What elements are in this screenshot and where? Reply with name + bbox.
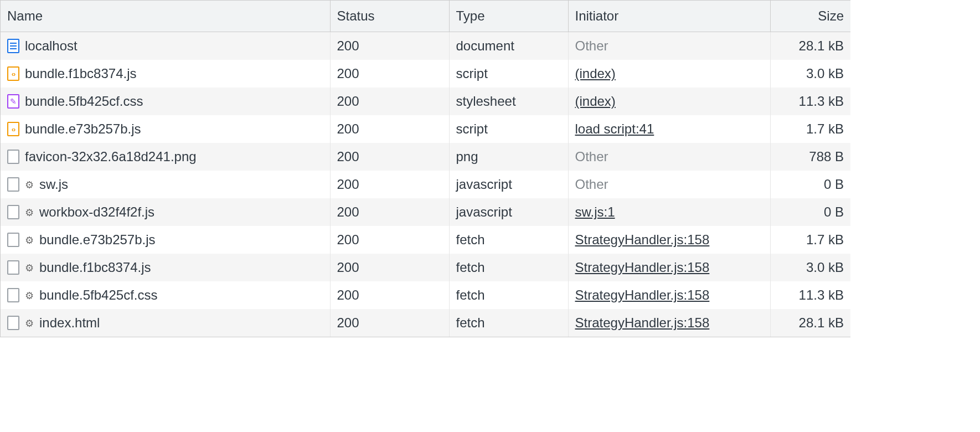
cell-name[interactable]: ⚙index.html <box>1 309 330 337</box>
column-header-size[interactable]: Size <box>770 1 850 32</box>
cell-type: fetch <box>449 309 568 337</box>
cell-size: 11.3 kB <box>770 281 850 309</box>
initiator-link[interactable]: StrategyHandler.js:158 <box>575 232 710 247</box>
initiator-text: Other <box>575 177 608 192</box>
request-name: index.html <box>39 315 100 331</box>
cell-status: 200 <box>330 143 449 171</box>
request-name: bundle.5fb425cf.css <box>25 94 143 109</box>
request-name: bundle.f1bc8374.js <box>25 66 137 81</box>
initiator-link[interactable]: StrategyHandler.js:158 <box>575 315 710 330</box>
network-panel: Name Status Type Initiator Size localhos… <box>0 0 850 337</box>
cell-initiator[interactable]: sw.js:1 <box>568 198 770 226</box>
cell-name[interactable]: localhost <box>1 32 330 60</box>
column-header-type[interactable]: Type <box>449 1 568 32</box>
table-row[interactable]: bundle.e73b257b.js200scriptload script:4… <box>1 115 850 143</box>
cell-status: 200 <box>330 309 449 337</box>
cell-name[interactable]: favicon-32x32.6a18d241.png <box>1 143 330 171</box>
cell-size: 1.7 kB <box>770 115 850 143</box>
cell-status: 200 <box>330 88 449 115</box>
cell-size: 28.1 kB <box>770 309 850 337</box>
cell-type: fetch <box>449 281 568 309</box>
cell-size: 0 B <box>770 198 850 226</box>
generic-file-icon <box>7 177 19 192</box>
table-header-row: Name Status Type Initiator Size <box>1 1 850 32</box>
cell-initiator: Other <box>568 32 770 60</box>
js-file-icon <box>7 66 19 81</box>
generic-file-icon <box>7 316 19 330</box>
generic-file-icon <box>7 233 19 247</box>
cell-initiator[interactable]: (index) <box>568 60 770 88</box>
cell-status: 200 <box>330 226 449 254</box>
initiator-link[interactable]: StrategyHandler.js:158 <box>575 260 710 275</box>
cell-name[interactable]: bundle.f1bc8374.js <box>1 60 330 88</box>
cell-type: document <box>449 32 568 60</box>
cell-type: script <box>449 115 568 143</box>
cell-name[interactable]: ⚙workbox-d32f4f2f.js <box>1 198 330 226</box>
cell-name[interactable]: ⚙bundle.5fb425cf.css <box>1 281 330 309</box>
cell-size: 11.3 kB <box>770 88 850 115</box>
cell-name[interactable]: bundle.5fb425cf.css <box>1 88 330 115</box>
cell-type: fetch <box>449 226 568 254</box>
cell-name[interactable]: ⚙bundle.f1bc8374.js <box>1 254 330 281</box>
generic-file-icon <box>7 288 19 302</box>
request-name: favicon-32x32.6a18d241.png <box>25 149 197 164</box>
initiator-link[interactable]: load script:41 <box>575 121 654 136</box>
table-row[interactable]: bundle.f1bc8374.js200script(index)3.0 kB <box>1 60 850 88</box>
document-file-icon <box>7 39 19 53</box>
cell-initiator[interactable]: load script:41 <box>568 115 770 143</box>
cell-status: 200 <box>330 281 449 309</box>
table-row[interactable]: ⚙sw.js200javascriptOther0 B <box>1 171 850 198</box>
cell-size: 3.0 kB <box>770 60 850 88</box>
cell-type: fetch <box>449 254 568 281</box>
cell-size: 0 B <box>770 171 850 198</box>
initiator-text: Other <box>575 38 608 53</box>
table-row[interactable]: ⚙bundle.e73b257b.js200fetchStrategyHandl… <box>1 226 850 254</box>
cell-initiator[interactable]: StrategyHandler.js:158 <box>568 281 770 309</box>
gear-icon: ⚙ <box>25 235 34 245</box>
cell-status: 200 <box>330 198 449 226</box>
generic-file-icon <box>7 260 19 275</box>
cell-initiator[interactable]: StrategyHandler.js:158 <box>568 226 770 254</box>
cell-status: 200 <box>330 60 449 88</box>
cell-initiator: Other <box>568 143 770 171</box>
cell-initiator[interactable]: StrategyHandler.js:158 <box>568 254 770 281</box>
table-row[interactable]: ⚙bundle.f1bc8374.js200fetchStrategyHandl… <box>1 254 850 281</box>
initiator-link[interactable]: StrategyHandler.js:158 <box>575 287 710 302</box>
cell-size: 1.7 kB <box>770 226 850 254</box>
cell-name[interactable]: bundle.e73b257b.js <box>1 115 330 143</box>
initiator-link[interactable]: (index) <box>575 66 616 81</box>
table-row[interactable]: ⚙bundle.5fb425cf.css200fetchStrategyHand… <box>1 281 850 309</box>
table-row[interactable]: ⚙index.html200fetchStrategyHandler.js:15… <box>1 309 850 337</box>
initiator-link[interactable]: (index) <box>575 94 616 109</box>
cell-status: 200 <box>330 115 449 143</box>
cell-initiator: Other <box>568 171 770 198</box>
table-row[interactable]: ⚙workbox-d32f4f2f.js200javascriptsw.js:1… <box>1 198 850 226</box>
cell-type: javascript <box>449 198 568 226</box>
generic-file-icon <box>7 150 19 164</box>
initiator-text: Other <box>575 149 608 164</box>
column-header-name[interactable]: Name <box>1 1 330 32</box>
column-header-status[interactable]: Status <box>330 1 449 32</box>
cell-initiator[interactable]: StrategyHandler.js:158 <box>568 309 770 337</box>
cell-status: 200 <box>330 171 449 198</box>
table-row[interactable]: bundle.5fb425cf.css200stylesheet(index)1… <box>1 88 850 115</box>
table-row[interactable]: localhost200documentOther28.1 kB <box>1 32 850 60</box>
request-name: sw.js <box>39 177 68 192</box>
gear-icon: ⚙ <box>25 208 34 218</box>
table-row[interactable]: favicon-32x32.6a18d241.png200pngOther788… <box>1 143 850 171</box>
cell-name[interactable]: ⚙bundle.e73b257b.js <box>1 226 330 254</box>
initiator-link[interactable]: sw.js:1 <box>575 204 615 219</box>
cell-type: png <box>449 143 568 171</box>
cell-name[interactable]: ⚙sw.js <box>1 171 330 198</box>
request-name: localhost <box>25 38 78 54</box>
gear-icon: ⚙ <box>25 291 34 301</box>
column-header-initiator[interactable]: Initiator <box>568 1 770 32</box>
cell-initiator[interactable]: (index) <box>568 88 770 115</box>
cell-size: 3.0 kB <box>770 254 850 281</box>
generic-file-icon <box>7 205 19 219</box>
cell-size: 28.1 kB <box>770 32 850 60</box>
gear-icon: ⚙ <box>25 263 34 273</box>
network-table: Name Status Type Initiator Size localhos… <box>1 1 850 337</box>
gear-icon: ⚙ <box>25 318 34 328</box>
request-name: workbox-d32f4f2f.js <box>39 204 154 220</box>
